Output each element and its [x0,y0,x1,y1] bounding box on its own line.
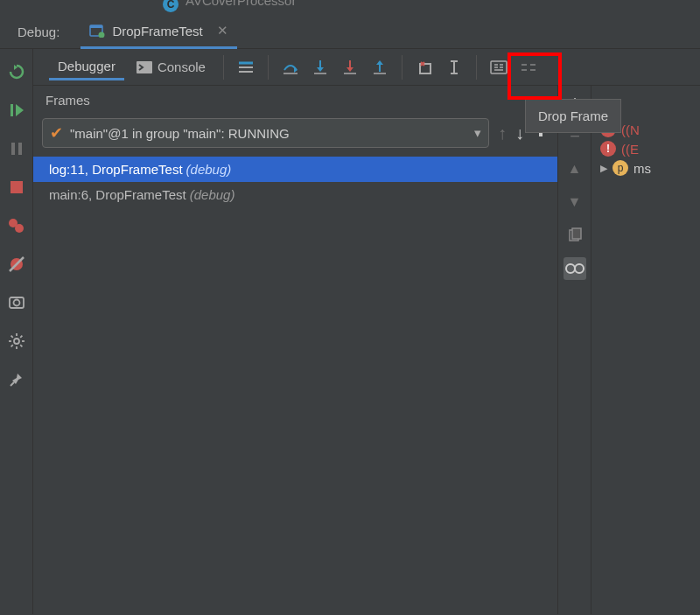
frames-header: Frames [33,86,557,115]
force-step-into-button[interactable] [337,54,363,80]
error-icon: ! [600,141,616,157]
run-to-cursor-button[interactable] [441,54,467,80]
mute-breakpoints-button[interactable] [6,254,27,275]
resume-button[interactable] [6,100,27,121]
svg-point-15 [14,339,19,344]
debug-tab-toolbar: Debugger Console [33,49,700,86]
thread-selector[interactable]: ✔ "main"@1 in group "main": RUNNING ▾ [42,118,489,148]
variable-text: ms [634,161,651,176]
toolbar-divider [268,55,269,80]
toolbar-divider [476,55,477,80]
expand-icon[interactable]: ▶ [600,163,607,174]
top-class-name: AVCoverProcessor [186,0,296,8]
variables-panel: les !((N!((E▶pms [592,86,700,614]
step-over-button[interactable] [277,54,304,80]
svg-point-4 [99,32,105,38]
variable-item[interactable]: ▶pms [597,158,695,178]
debug-toolwindow-header: Debug: DropFrameTest ✕ [0,16,700,49]
variable-text: ((N [621,122,640,137]
svg-text:C: C [167,0,175,10]
svg-line-21 [20,345,22,346]
view-breakpoints-button[interactable] [6,215,27,236]
show-watches-button[interactable] [564,257,586,280]
favorites-toolwindow-tab[interactable]: ★ 2: Favorites [0,531,2,606]
settings-button[interactable] [6,331,27,352]
evaluate-expr-button[interactable] [486,54,512,80]
tab-debugger[interactable]: Debugger [49,54,124,80]
debug-label: Debug: [18,24,60,39]
frame-row[interactable]: main:6, DropFrameTest (debug) [33,182,557,207]
param-icon: p [612,160,628,176]
run-config-icon [89,24,105,38]
svg-point-10 [15,224,24,233]
show-exec-point-button[interactable] [233,54,259,80]
svg-line-22 [10,345,12,346]
thread-dump-button[interactable] [6,292,27,313]
run-config-tab[interactable]: DropFrameTest ✕ [80,16,236,49]
chevron-down-icon: ▾ [474,125,481,141]
svg-point-14 [13,300,19,306]
svg-line-23 [20,336,22,338]
duplicate-watch-button[interactable] [564,224,586,247]
step-into-button[interactable] [307,54,333,80]
svg-rect-51 [572,228,581,239]
move-down-button[interactable]: ▼ [564,191,586,213]
svg-rect-8 [10,181,23,193]
tab-console-label: Console [158,59,206,74]
move-up-button[interactable]: ▲ [564,157,586,180]
trace-current-stream-button[interactable] [515,54,542,80]
star-icon: ★ [0,596,2,606]
svg-point-53 [575,264,584,273]
next-frame-button[interactable]: ↓ [515,123,524,143]
prev-frame-button[interactable]: ↑ [498,123,507,143]
thread-label: "main"@1 in group "main": RUNNING [70,126,290,141]
svg-rect-3 [90,25,102,28]
vars-tool-column: ＋ － ▲ ▼ [558,86,592,614]
variable-item[interactable]: !((E [597,139,695,158]
class-icon: C [162,0,179,13]
toolbar-divider [402,55,402,80]
variable-text: ((E [621,142,639,157]
pin-button[interactable] [6,369,27,390]
svg-rect-5 [10,104,13,116]
frames-list: log:11, DropFrameTest (debug)main:6, Dro… [33,157,557,207]
drop-frame-tooltip: Drop Frame [525,99,621,133]
frame-row[interactable]: log:11, DropFrameTest (debug) [33,157,557,182]
svg-point-52 [566,264,575,273]
toolbar-divider [223,55,224,80]
frames-panel: Frames ✔ "main"@1 in group "main": RUNNI… [33,86,558,614]
svg-rect-6 [11,143,15,155]
svg-line-20 [10,336,12,338]
close-tab-icon[interactable]: ✕ [217,23,228,38]
run-config-label: DropFrameTest [112,24,202,38]
stop-button[interactable] [6,177,27,198]
tab-console[interactable]: Console [128,54,214,80]
svg-rect-40 [491,61,507,73]
step-out-button[interactable] [367,54,393,80]
svg-rect-25 [136,61,152,73]
rerun-button[interactable] [6,61,27,82]
svg-rect-7 [18,143,22,155]
svg-line-24 [10,382,14,386]
left-tool-column [0,49,33,614]
check-icon: ✔ [50,123,63,143]
pause-button[interactable] [6,138,27,159]
drop-frame-button[interactable] [411,54,438,80]
console-icon [136,60,152,74]
